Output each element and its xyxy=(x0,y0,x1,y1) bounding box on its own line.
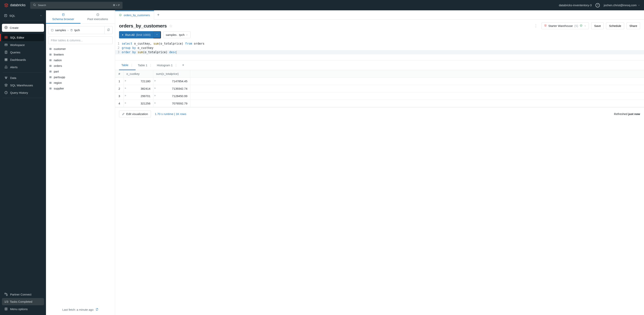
query-tab-label: orders_by_customers xyxy=(124,14,150,17)
table-row[interactable]: 3▶299701▶7128450.99 xyxy=(115,92,644,100)
table-icon xyxy=(49,59,52,62)
sidebar-item-label: Data xyxy=(10,76,16,80)
table-item-lineitem[interactable]: lineitem xyxy=(48,52,112,57)
add-result-tab[interactable]: + xyxy=(180,61,186,70)
sidebar-item-sql-warehouses[interactable]: SQL Warehouses xyxy=(2,82,44,89)
runtime-info[interactable]: 1.70 s runtime | 1K rows xyxy=(155,112,186,116)
table-item-partsupp[interactable]: partsupp xyxy=(48,74,112,80)
sidebar-item-label: Dashboards xyxy=(10,58,26,61)
query-tab-active[interactable]: orders_by_customers xyxy=(115,11,154,20)
chevron-right-icon: › xyxy=(68,29,68,32)
sidebar-item-query-history[interactable]: Query History xyxy=(2,89,44,96)
tasks-label: Tasks Completed xyxy=(10,300,32,303)
result-tab-histogram-1[interactable]: Histogram 1⋮ xyxy=(154,61,180,70)
edit-visualization-button[interactable]: Edit visualization xyxy=(119,111,151,117)
global-search[interactable]: Search ⌘ + P xyxy=(30,2,122,9)
sidebar-item-sql-editor[interactable]: SQL Editor xyxy=(2,34,44,41)
table-item-nation[interactable]: nation xyxy=(48,57,112,63)
col-header-index[interactable]: # xyxy=(115,70,124,77)
workspace-name[interactable]: databricks-invententory-3 xyxy=(559,4,592,7)
sql-persona-icon xyxy=(4,14,8,17)
crumb-catalog: samples xyxy=(55,29,66,32)
col-header-totalprice[interactable]: sum(o_totalprice) xyxy=(153,70,190,77)
col-header-custkey[interactable]: o_custkey xyxy=(124,70,153,77)
sidebar-item-queries[interactable]: Queries xyxy=(2,49,44,56)
nav-icon xyxy=(4,43,8,47)
sidebar-item-menu-options[interactable]: Menu options xyxy=(2,305,44,313)
warehouse-name: Starter Warehouse xyxy=(548,24,573,28)
expand-icon[interactable]: ▶ xyxy=(125,80,126,82)
run-dropdown[interactable] xyxy=(153,31,161,38)
table-item-customer[interactable]: customer xyxy=(48,46,112,52)
sidebar-item-label: Queries xyxy=(10,51,20,54)
run-limit: (limit 1000) xyxy=(136,33,150,37)
sidebar-item-label: SQL Editor xyxy=(10,36,24,39)
warehouse-selector[interactable]: Starter Warehouse (S) xyxy=(542,23,589,29)
schedule-button[interactable]: Schedule xyxy=(606,23,624,29)
tab-schema-browser[interactable]: Schema browser xyxy=(46,10,80,24)
brand-logo[interactable]: databricks xyxy=(4,3,26,8)
add-query-tab[interactable]: + xyxy=(154,13,163,17)
table-item-orders[interactable]: orders xyxy=(48,63,112,69)
sidebar-item-data[interactable]: Data xyxy=(2,74,44,82)
chevron-down-icon xyxy=(156,33,158,36)
expand-icon[interactable]: ▶ xyxy=(154,87,156,89)
expand-icon[interactable]: ▶ xyxy=(125,102,126,104)
tab-label: Past executions xyxy=(88,17,108,21)
favorite-button[interactable]: ☆ xyxy=(169,24,172,28)
expand-icon[interactable]: ▶ xyxy=(125,94,126,97)
cell-totalprice: ▶7147854.45 xyxy=(153,78,190,85)
refresh-schema-button[interactable] xyxy=(104,26,112,34)
run-all-button[interactable]: Run All (limit 1000) xyxy=(119,31,153,38)
table-row[interactable]: 1▶721180▶7147854.45 xyxy=(115,78,644,85)
svg-rect-26 xyxy=(50,71,51,72)
share-button[interactable]: Share xyxy=(626,23,640,29)
expand-icon[interactable]: ▶ xyxy=(125,87,126,89)
expand-icon[interactable]: ▶ xyxy=(154,102,156,104)
table-item-supplier[interactable]: supplier xyxy=(48,86,112,91)
table-name: partsupp xyxy=(54,76,65,79)
tab-overflow-menu[interactable]: ⋮ xyxy=(174,64,178,67)
svg-rect-28 xyxy=(50,82,51,83)
result-tab-table-1[interactable]: Table 1⋮ xyxy=(136,61,154,70)
create-label: Create xyxy=(10,26,18,30)
create-button[interactable]: Create xyxy=(2,24,44,32)
persona-switcher[interactable]: SQL xyxy=(2,12,44,19)
query-tabs: orders_by_customers + xyxy=(115,10,644,20)
save-button[interactable]: Save xyxy=(591,23,604,29)
left-nav: SQL Create SQL EditorWorkspaceQueriesDas… xyxy=(0,10,46,315)
catalog-breadcrumb[interactable]: samples › tpch xyxy=(48,26,112,34)
sidebar-item-dashboards[interactable]: Dashboards xyxy=(2,56,44,63)
expand-icon[interactable]: ▶ xyxy=(154,80,156,82)
result-grid[interactable]: # o_custkey sum(o_totalprice) 1▶721180▶7… xyxy=(115,70,644,107)
refresh-fetch-button[interactable] xyxy=(96,308,98,311)
tab-overflow-menu[interactable]: ⋮ xyxy=(130,63,133,67)
catalog-icon xyxy=(51,29,54,32)
run-context-selector[interactable]: samples . tpch xyxy=(163,31,191,38)
user-menu[interactable]: jochen.christ@innoq.com xyxy=(604,4,640,7)
tab-past-executions[interactable]: Past executions xyxy=(80,10,115,24)
code-line[interactable]: group by o_custkey xyxy=(122,46,154,50)
tasks-progress[interactable]: 1/3 Tasks Completed xyxy=(2,298,44,305)
code-line[interactable]: select o_custkey, sum(o_totalprice) from… xyxy=(122,42,204,46)
table-row[interactable]: 4▶321256▶7076592.79 xyxy=(115,100,644,107)
tab-overflow-menu[interactable]: ⋮ xyxy=(149,64,152,67)
sql-editor[interactable]: 1select o_custkey, sum(o_totalprice) fro… xyxy=(115,41,644,60)
nav-icon xyxy=(4,36,8,39)
result-tab-label: Table xyxy=(121,63,128,67)
cell-custkey: ▶299701 xyxy=(124,92,153,100)
sidebar-item-alerts[interactable]: Alerts xyxy=(2,63,44,71)
expand-icon[interactable]: ▶ xyxy=(154,94,156,97)
table-item-region[interactable]: region xyxy=(48,80,112,86)
query-overflow-menu[interactable]: ⋮ xyxy=(534,24,538,28)
query-title[interactable]: orders_by_customers xyxy=(119,23,167,29)
result-tab-table[interactable]: Table⋮ xyxy=(119,61,136,70)
sidebar-item-partner-connect[interactable]: Partner Connect xyxy=(2,291,44,298)
sidebar-item-workspace[interactable]: Workspace xyxy=(2,41,44,49)
filter-tables-input[interactable]: Filter tables & columns... xyxy=(48,37,112,44)
run-label: Run All xyxy=(125,33,134,37)
code-line[interactable]: order by sum(o_totalprice) desc xyxy=(122,50,176,54)
help-icon[interactable]: ? xyxy=(596,3,600,8)
table-row[interactable]: 2▶382414▶7139342.74 xyxy=(115,85,644,92)
table-item-part[interactable]: part xyxy=(48,69,112,74)
